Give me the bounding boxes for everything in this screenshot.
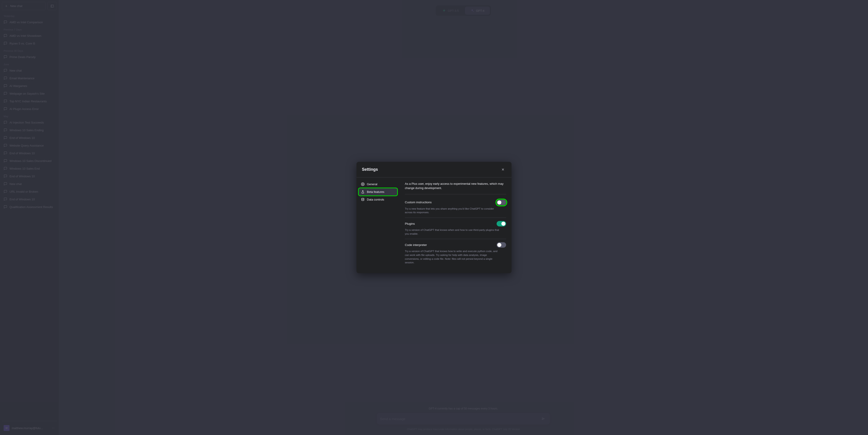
setting-description: Try a version of ChatGPT that knows when… [405,228,502,236]
toggle-code-interpreter[interactable] [497,242,506,248]
close-button[interactable] [500,166,506,173]
setting-description: Try a version of ChatGPT that knows how … [405,249,502,265]
settings-nav: GeneralBeta featuresData controls [356,177,399,273]
toggle-custom-instructions[interactable] [497,200,506,205]
settings-content: As a Plus user, enjoy early access to ex… [399,177,512,273]
gear-icon [361,182,365,186]
svg-point-4 [362,183,363,185]
beaker-icon [361,190,365,194]
settings-nav-data-controls[interactable]: Data controls [359,196,397,203]
setting-description: Try a new feature that lets you share an… [405,207,502,214]
setting-label: Custom instructions [405,201,432,204]
db-icon [361,198,365,201]
settings-modal: Settings GeneralBeta featuresData contro… [356,162,512,273]
settings-nav-beta-features[interactable]: Beta features [359,188,397,195]
setting-custom-instructions: Custom instructionsTry a new feature tha… [405,197,506,218]
setting-plugins: PluginsTry a version of ChatGPT that kno… [405,218,506,239]
settings-nav-label: General [367,182,377,186]
close-icon [501,168,505,171]
settings-nav-label: Data controls [367,198,384,201]
settings-nav-general[interactable]: General [359,180,397,188]
svg-point-5 [362,198,364,199]
setting-label: Plugins [405,222,415,225]
setting-code-interpreter: Code interpreterTry a version of ChatGPT… [405,239,506,268]
modal-title: Settings [362,167,378,172]
beta-intro-text: As a Plus user, enjoy early access to ex… [405,182,506,194]
settings-nav-label: Beta features [367,190,384,194]
setting-label: Code interpreter [405,243,427,247]
toggle-plugins[interactable] [497,221,506,227]
